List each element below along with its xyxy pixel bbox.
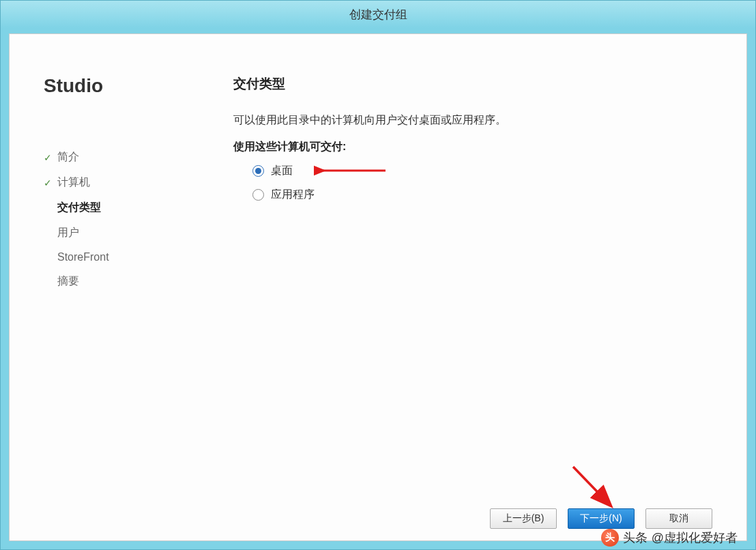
window-title: 创建交付组: [349, 7, 407, 23]
wizard-body: Studio 简介 计算机 交付类型 用户 StoreFront: [9, 33, 747, 541]
content-heading: 交付类型: [233, 75, 719, 93]
wizard-main: Studio 简介 计算机 交付类型 用户 StoreFront: [10, 34, 746, 497]
radio-label: 应用程序: [271, 188, 315, 202]
radio-option-applications[interactable]: 应用程序: [252, 188, 719, 202]
step-label: 摘要: [57, 274, 79, 289]
step-label: 简介: [57, 150, 79, 164]
delivery-type-radio-group: 桌面 应用程序: [233, 164, 719, 202]
radio-indicator-icon: [252, 189, 264, 201]
step-list: 简介 计算机 交付类型 用户 StoreFront 摘要: [44, 145, 192, 294]
wizard-window: 创建交付组 Studio 简介 计算机 交付类型 用户: [0, 0, 756, 550]
step-label: 用户: [57, 226, 79, 240]
wizard-button-bar: 上一步(B) 下一步(N) 取消: [10, 497, 746, 540]
radio-label: 桌面: [271, 164, 293, 178]
step-machines[interactable]: 计算机: [44, 170, 192, 195]
cancel-button[interactable]: 取消: [645, 508, 712, 529]
step-intro[interactable]: 简介: [44, 145, 192, 170]
wizard-content: 交付类型 可以使用此目录中的计算机向用户交付桌面或应用程序。 使用这些计算机可交…: [192, 34, 746, 497]
back-button[interactable]: 上一步(B): [490, 508, 557, 529]
step-label: StoreFront: [57, 251, 109, 263]
brand-title: Studio: [44, 75, 192, 97]
step-summary[interactable]: 摘要: [44, 269, 192, 294]
step-label: 计算机: [57, 175, 90, 190]
titlebar: 创建交付组: [1, 1, 755, 28]
content-subhead: 使用这些计算机可交付:: [233, 140, 719, 154]
content-description: 可以使用此目录中的计算机向用户交付桌面或应用程序。: [233, 113, 719, 128]
annotation-arrow-icon: [314, 165, 389, 176]
step-users[interactable]: 用户: [44, 220, 192, 246]
wizard-sidebar: Studio 简介 计算机 交付类型 用户 StoreFront: [10, 34, 192, 497]
step-storefront[interactable]: StoreFront: [44, 246, 192, 269]
radio-indicator-icon: [252, 165, 264, 177]
radio-option-desktop[interactable]: 桌面: [252, 164, 719, 178]
step-label: 交付类型: [57, 201, 101, 215]
next-button[interactable]: 下一步(N): [568, 508, 635, 529]
step-delivery-type[interactable]: 交付类型: [44, 195, 192, 220]
